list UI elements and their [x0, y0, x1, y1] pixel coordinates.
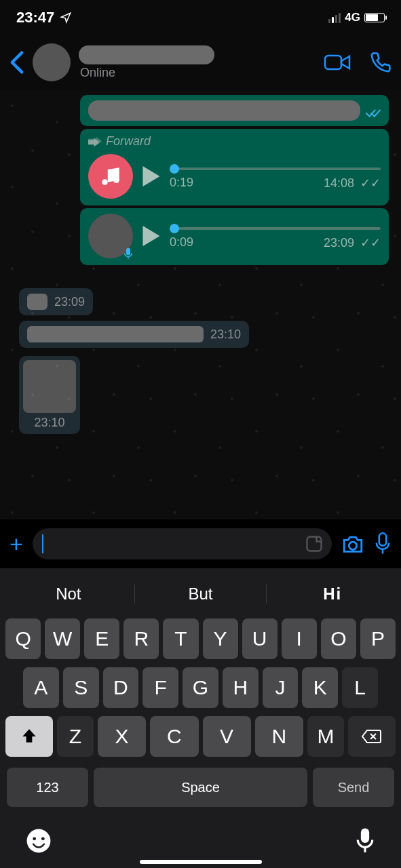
key-n[interactable]: N — [255, 716, 303, 757]
key-u[interactable]: U — [242, 618, 278, 659]
svg-rect-0 — [325, 56, 341, 69]
svg-marker-4 — [143, 226, 160, 246]
location-icon — [60, 12, 72, 24]
message-timestamp: 14:08 — [324, 176, 354, 190]
outgoing-message[interactable] — [80, 95, 389, 126]
suggestion-2[interactable]: But — [135, 585, 267, 604]
chat-header: Online — [0, 35, 401, 90]
voice-record-button[interactable] — [374, 532, 392, 555]
battery-icon — [364, 13, 385, 22]
key-f[interactable]: F — [142, 667, 178, 708]
key-z[interactable]: Z — [57, 716, 94, 757]
key-y[interactable]: Y — [203, 618, 238, 659]
suggestion-3[interactable]: Hi — [267, 585, 398, 604]
key-t[interactable]: T — [163, 618, 198, 659]
key-s[interactable]: S — [63, 667, 99, 708]
redacted-text — [27, 326, 204, 342]
home-indicator[interactable] — [140, 860, 262, 864]
audio-duration: 0:19 — [170, 176, 193, 191]
send-key[interactable]: Send — [313, 768, 394, 807]
incoming-message[interactable]: 23:10 — [19, 321, 249, 348]
status-bar: 23:47 4G — [0, 0, 401, 35]
mic-badge-icon — [122, 248, 134, 260]
key-e[interactable]: E — [84, 618, 119, 659]
video-call-icon[interactable] — [324, 53, 351, 72]
svg-rect-5 — [307, 537, 322, 551]
audio-seek-bar[interactable] — [170, 227, 381, 230]
key-o[interactable]: O — [321, 618, 356, 659]
key-c[interactable]: C — [150, 716, 198, 757]
message-timestamp: 23:10 — [210, 328, 241, 342]
suggestion-1[interactable]: Not — [3, 585, 135, 604]
svg-point-10 — [27, 829, 51, 853]
forward-text: Forward — [106, 134, 151, 149]
incoming-message[interactable]: 23:09 — [19, 288, 93, 315]
key-r[interactable]: R — [123, 618, 159, 659]
key-l[interactable]: L — [342, 667, 378, 708]
outgoing-voice-message[interactable]: 0:09 23:09 ✓✓ — [80, 208, 389, 265]
key-j[interactable]: J — [263, 667, 299, 708]
backspace-key[interactable] — [348, 716, 396, 757]
shift-key[interactable] — [5, 716, 53, 757]
network-label: 4G — [345, 11, 360, 24]
key-i[interactable]: I — [282, 618, 317, 659]
keyboard: Not But Hi QWERTYUIOP ASDFGHJKL ZXCVNM 1… — [0, 568, 401, 868]
svg-rect-13 — [361, 829, 369, 844]
key-d[interactable]: D — [103, 667, 139, 708]
sticker-button[interactable] — [305, 534, 324, 553]
voice-call-icon[interactable] — [370, 52, 392, 73]
redacted-text — [27, 294, 47, 310]
emoji-button[interactable] — [26, 828, 52, 854]
back-button[interactable] — [9, 50, 24, 75]
key-k[interactable]: K — [302, 667, 338, 708]
image-thumbnail — [23, 360, 76, 413]
svg-point-12 — [41, 837, 45, 840]
read-ticks-icon: ✓✓ — [360, 176, 381, 190]
space-key[interactable]: Space — [94, 768, 307, 807]
forward-icon — [88, 136, 102, 147]
read-ticks-icon: ✓✓ — [360, 236, 381, 250]
key-a[interactable]: A — [23, 667, 59, 708]
key-m[interactable]: M — [307, 716, 344, 757]
message-input-bar: + — [0, 519, 401, 568]
message-timestamp: 23:10 — [23, 413, 76, 430]
music-icon — [88, 154, 133, 199]
svg-point-2 — [113, 177, 119, 183]
redacted-text — [88, 100, 360, 121]
sender-avatar — [88, 214, 133, 258]
svg-point-1 — [102, 179, 108, 185]
svg-marker-3 — [143, 166, 160, 186]
contact-name-redacted — [79, 45, 214, 64]
svg-point-11 — [33, 837, 36, 840]
play-button[interactable] — [142, 166, 160, 186]
incoming-image-message[interactable]: 23:10 — [19, 356, 80, 434]
key-g[interactable]: G — [183, 667, 218, 708]
message-input[interactable] — [33, 528, 332, 559]
text-cursor — [42, 534, 43, 553]
contact-avatar[interactable] — [33, 43, 71, 81]
contact-status: Online — [79, 66, 316, 80]
outgoing-audio-message[interactable]: Forward 0:19 14:08 ✓✓ — [80, 129, 389, 205]
numeric-key[interactable]: 123 — [7, 768, 88, 807]
attach-button[interactable]: + — [9, 531, 23, 557]
key-w[interactable]: W — [45, 618, 80, 659]
message-timestamp: 23:09 — [324, 236, 354, 250]
key-p[interactable]: P — [360, 618, 396, 659]
svg-rect-7 — [379, 533, 386, 545]
audio-seek-bar[interactable] — [170, 167, 381, 170]
signal-icon — [328, 13, 341, 23]
contact-info[interactable]: Online — [79, 45, 316, 80]
key-h[interactable]: H — [223, 667, 259, 708]
forward-label: Forward — [80, 129, 389, 149]
keyboard-suggestions: Not But Hi — [3, 574, 398, 614]
chat-body[interactable]: Forward 0:19 14:08 ✓✓ — [0, 90, 401, 519]
key-x[interactable]: X — [98, 716, 146, 757]
audio-duration: 0:09 — [170, 235, 193, 250]
status-time: 23:47 — [16, 9, 54, 26]
dictation-button[interactable] — [355, 827, 375, 854]
key-v[interactable]: V — [203, 716, 251, 757]
camera-button[interactable] — [341, 534, 364, 554]
play-button[interactable] — [142, 226, 160, 246]
key-q[interactable]: Q — [5, 618, 41, 659]
svg-point-6 — [349, 542, 356, 549]
